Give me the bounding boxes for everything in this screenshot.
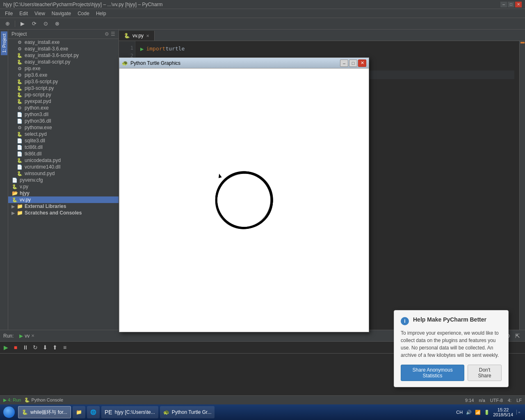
tree-item-sqlite3-dll[interactable]: 📄sqlite3.dll: [8, 137, 119, 144]
vertical-tab-strip: 1: Project: [0, 30, 8, 330]
tree-item-pyvenv-cfg[interactable]: 📄pyvenv.cfg: [8, 177, 119, 183]
tray-network[interactable]: 📶: [475, 410, 481, 415]
toolbar-icon-3[interactable]: ⊙: [41, 20, 50, 28]
turtle-window: 🐢 Python Turtle Graphics – □ ✕: [119, 57, 369, 332]
run-list-icon[interactable]: ≡: [61, 343, 69, 352]
menu-view[interactable]: View: [31, 10, 48, 17]
tree-item-label: pip.exe: [25, 66, 41, 71]
toolbar-icon-run[interactable]: ▶: [18, 20, 27, 28]
code-line-1: ▶ import turtle: [140, 44, 514, 53]
tray-sound[interactable]: 🔊: [466, 410, 472, 415]
taskbar-item-pycharm[interactable]: 🐍 while循环与 for...: [18, 406, 71, 418]
run-down-icon[interactable]: ⬇: [41, 343, 49, 352]
taskbar-item-pycharm2[interactable]: PE hjyy [C:\Users\te...: [101, 406, 158, 418]
tree-item-easy-install-script-py[interactable]: 🐍easy_install-script.py: [8, 59, 119, 65]
run-tab-vv[interactable]: ▶ vv ✕: [15, 332, 39, 340]
vtab-project[interactable]: 1: Project: [1, 31, 7, 55]
maximize-button[interactable]: □: [508, 2, 514, 7]
status-run-indicator: ▶ 4: Run: [3, 397, 21, 403]
tree-item-pip3-script-py[interactable]: 🐍pip3-script.py: [8, 85, 119, 91]
time-display[interactable]: 15:22 2018/5/14: [493, 407, 513, 417]
tree-item-tcl86t-dll[interactable]: 📄tcl86t.dll: [8, 144, 119, 151]
run-external-icon[interactable]: ⇱: [514, 332, 522, 340]
tree-item-easy-install-3-6-exe[interactable]: ⚙easy_install-3.6.exe: [8, 46, 119, 52]
tree-item-vv-py[interactable]: 🐍vv.py: [8, 196, 119, 203]
turtle-titlebar: 🐢 Python Turtle Graphics – □ ✕: [119, 58, 369, 68]
file-icon: 🐍: [16, 52, 23, 58]
tab-vvpy[interactable]: 🐍 vv.py ✕: [119, 31, 155, 41]
taskbar-explorer-icon: 📁: [76, 409, 82, 415]
tree-item-label: python36.dll: [25, 118, 51, 124]
share-stats-button[interactable]: Share Anonymous Statistics: [401, 365, 464, 381]
tree-item-label: easy_install.exe: [25, 39, 59, 45]
start-button[interactable]: [2, 406, 16, 418]
tree-item-pyexpat-pyd[interactable]: 🐍pyexpat.pyd: [8, 98, 119, 105]
status-lf: LF: [516, 398, 522, 403]
taskbar-chrome-icon: 🌐: [90, 409, 96, 415]
file-icon: 🐍: [16, 158, 23, 163]
toolbar-icon-2[interactable]: ⟳: [30, 20, 38, 28]
turtle-close-btn[interactable]: ✕: [358, 59, 366, 67]
tree-item-label: External Libraries: [25, 203, 66, 209]
tree-item-tk86t-dll[interactable]: 📄tk86t.dll: [8, 151, 119, 157]
run-reload-icon[interactable]: ↻: [31, 343, 39, 352]
menu-file[interactable]: File: [2, 10, 16, 17]
close-button[interactable]: ✕: [515, 2, 522, 7]
run-stop-icon[interactable]: ■: [11, 343, 20, 352]
tree-item-scratches-and-consoles[interactable]: ▶📁Scratches and Consoles: [8, 210, 119, 216]
tree-item-pip-exe[interactable]: ⚙pip.exe: [8, 65, 119, 72]
taskbar-item-turtle[interactable]: 🐢 Python Turtle Gr...: [160, 406, 215, 418]
tree-item-easy-install-3-6-script-py[interactable]: 🐍easy_install-3.6-script.py: [8, 52, 119, 59]
tree-item-python3-dll[interactable]: 📄python3.dll: [8, 111, 119, 118]
menu-edit[interactable]: Edit: [16, 10, 31, 17]
window-controls: – □ ✕: [500, 2, 522, 7]
menu-navigate[interactable]: Navigate: [48, 10, 74, 17]
minimize-button[interactable]: –: [500, 2, 507, 7]
tree-item-python-exe[interactable]: ⚙python.exe: [8, 105, 119, 111]
project-settings-icon[interactable]: ☰: [111, 31, 115, 37]
run-pause-icon[interactable]: ⏸: [21, 343, 30, 352]
menu-code[interactable]: Code: [74, 10, 93, 17]
tree-item-external-libraries[interactable]: ▶📁External Libraries: [8, 203, 119, 210]
project-label: Project: [11, 31, 27, 37]
taskbar-item-chrome[interactable]: 🌐: [87, 406, 100, 418]
tab-vvpy-close[interactable]: ✕: [146, 34, 149, 38]
taskbar-item-explorer[interactable]: 📁: [73, 406, 85, 418]
tree-item-select-pyd[interactable]: 🐍select.pyd: [8, 131, 119, 137]
run-play-icon[interactable]: ▶: [2, 343, 10, 352]
popup-header: i Help Make PyCharm Better: [401, 316, 502, 325]
run-tab-close[interactable]: ✕: [31, 333, 34, 338]
run-gutter-icon[interactable]: ▶: [140, 44, 144, 53]
tree-item-winsound-pyd[interactable]: 🐍winsound.pyd: [8, 170, 119, 177]
taskbar-pycharm2-icon: PE: [105, 409, 112, 415]
tree-item-python36-dll[interactable]: 📄python36.dll: [8, 118, 119, 124]
menu-help[interactable]: Help: [93, 10, 110, 17]
scroll-marker: [520, 42, 525, 43]
tree-item-easy-install-exe[interactable]: ⚙easy_install.exe: [8, 39, 119, 46]
tree-item-v-py[interactable]: 🐍v.py: [8, 183, 119, 190]
turtle-maximize-btn[interactable]: □: [349, 59, 357, 67]
tree-item-label: easy_install-3.6.exe: [25, 46, 68, 52]
tree-item-pip3-6-exe[interactable]: ⚙pip3.6.exe: [8, 72, 119, 78]
tree-item-pythonw-exe[interactable]: ⚙pythonw.exe: [8, 124, 119, 131]
status-encoding: UTF-8: [490, 398, 503, 403]
tree-item-unicodedata-pyd[interactable]: 🐍unicodedata.pyd: [8, 157, 119, 164]
tree-item-pip-script-py[interactable]: 🐍pip-script.py: [8, 91, 119, 98]
run-up-icon[interactable]: ⬆: [51, 343, 59, 352]
tab-vvpy-label: vv.py: [132, 33, 144, 39]
dont-share-button[interactable]: Don't Share: [468, 365, 502, 381]
project-gear-icon[interactable]: ⚙: [105, 31, 109, 37]
tray-battery[interactable]: 🔋: [484, 410, 490, 415]
file-icon: 🐍: [16, 59, 23, 65]
turtle-minimize-btn[interactable]: –: [340, 59, 348, 67]
toolbar-icon-4[interactable]: ⊗: [53, 20, 61, 28]
toolbar-icon-1[interactable]: ⊕: [3, 20, 11, 28]
tree-item-pip3-6-script-py[interactable]: 🐍pip3.6-script.py: [8, 78, 119, 85]
tray-ch[interactable]: CH: [456, 410, 463, 415]
tree-item-vcruntime140-dll[interactable]: 📄vcruntime140.dll: [8, 164, 119, 170]
taskbar-date: 2018/5/14: [493, 412, 513, 417]
tray-show-desktop[interactable]: ▫: [516, 410, 520, 415]
tree-item-hjyy[interactable]: 📂hjyy: [8, 190, 119, 196]
svg-point-6: [207, 164, 280, 237]
tree-item-label: easy_install-3.6-script.py: [25, 52, 79, 58]
